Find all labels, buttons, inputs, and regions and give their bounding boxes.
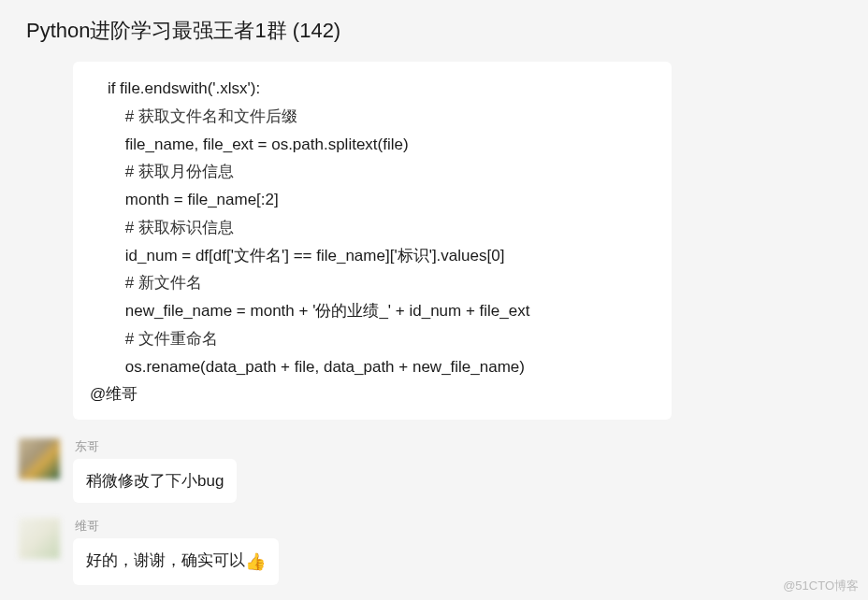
message-row: if file.endswith('.xlsx'): # 获取文件名和文件后缀 … <box>19 62 849 423</box>
message-row: 东哥 稍微修改了下小bug <box>19 438 849 503</box>
chat-area: if file.endswith('.xlsx'): # 获取文件名和文件后缀 … <box>0 62 868 585</box>
message-text: 好的，谢谢，确实可以 <box>86 551 245 569</box>
avatar-spacer <box>19 62 60 63</box>
code-line: # 新文件名 <box>90 269 655 297</box>
code-line: # 获取标识信息 <box>90 214 655 242</box>
watermark: @51CTO博客 <box>783 578 859 594</box>
code-line: os.rename(data_path + file, data_path + … <box>90 353 655 381</box>
message-row: 维哥 好的，谢谢，确实可以👍 <box>19 518 849 585</box>
mention[interactable]: @维哥 <box>90 385 137 403</box>
message-content: if file.endswith('.xlsx'): # 获取文件名和文件后缀 … <box>73 62 849 423</box>
avatar[interactable] <box>19 438 60 479</box>
message-text: 稍微修改了下小bug <box>86 472 224 490</box>
avatar[interactable] <box>19 518 60 559</box>
sender-name: 维哥 <box>73 518 849 535</box>
code-line: # 文件重命名 <box>90 325 655 353</box>
message-content: 维哥 好的，谢谢，确实可以👍 <box>73 518 849 585</box>
code-line: # 获取月份信息 <box>90 158 655 186</box>
code-line: id_num = df[df['文件名'] == file_name]['标识'… <box>90 242 655 270</box>
message-content: 东哥 稍微修改了下小bug <box>73 438 849 503</box>
code-bubble[interactable]: if file.endswith('.xlsx'): # 获取文件名和文件后缀 … <box>73 62 672 420</box>
text-bubble[interactable]: 稍微修改了下小bug <box>73 459 237 503</box>
code-line: if file.endswith('.xlsx'): <box>90 75 655 103</box>
chat-header: Python进阶学习最强王者1群 (142) <box>0 0 868 62</box>
code-line: new_file_name = month + '份的业绩_' + id_num… <box>90 297 655 325</box>
code-line: month = file_name[:2] <box>90 186 655 214</box>
sender-name: 东哥 <box>73 438 849 455</box>
thumbs-up-icon: 👍 <box>245 549 266 576</box>
group-title: Python进阶学习最强王者1群 (142) <box>26 19 340 42</box>
text-bubble[interactable]: 好的，谢谢，确实可以👍 <box>73 538 279 585</box>
code-line: # 获取文件名和文件后缀 <box>90 103 655 131</box>
code-line: file_name, file_ext = os.path.splitext(f… <box>90 131 655 159</box>
